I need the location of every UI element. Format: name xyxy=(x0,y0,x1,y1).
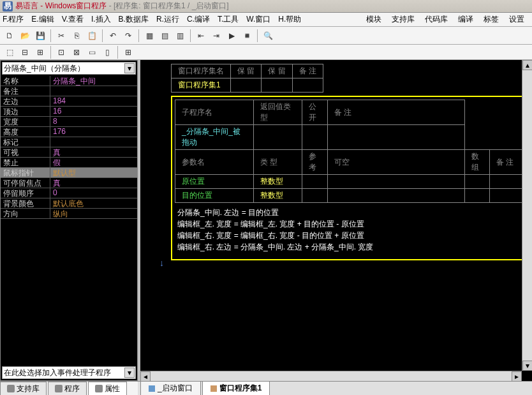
menu-program[interactable]: F.程序 xyxy=(3,14,24,25)
code-body[interactable]: 分隔条_中间. 左边 = 目的位置 编辑框_左. 宽度 = 编辑框_左. 宽度 … xyxy=(177,207,527,253)
save-icon[interactable]: 💾 xyxy=(33,29,47,43)
menu-edit[interactable]: E.编辑 xyxy=(31,14,54,25)
layout2-icon[interactable]: ▤ xyxy=(158,29,172,43)
paste-icon[interactable]: 📋 xyxy=(85,29,99,43)
property-row[interactable]: 方向纵向 xyxy=(1,209,137,219)
property-value[interactable]: 默认型 xyxy=(50,168,137,177)
property-value[interactable] xyxy=(50,86,137,96)
undo-icon[interactable]: ↶ xyxy=(106,29,120,43)
property-row[interactable]: 背景颜色默认底色 xyxy=(1,198,137,209)
scroll-right-icon[interactable]: ▸ xyxy=(512,371,522,381)
param-name[interactable]: 原位置 xyxy=(175,175,254,189)
property-value[interactable]: 184 xyxy=(50,96,137,106)
property-row[interactable]: 禁止假 xyxy=(1,158,137,168)
property-row[interactable]: 左边184 xyxy=(1,96,137,107)
run-icon[interactable]: ▶ xyxy=(225,29,239,43)
property-value[interactable]: 0 xyxy=(50,188,137,198)
app-icon: 易 xyxy=(3,1,13,11)
menu-tools[interactable]: T.工具 xyxy=(218,14,239,25)
menu-tags[interactable]: 标签 xyxy=(484,14,499,25)
menu-insert[interactable]: I.插入 xyxy=(91,14,111,25)
step-in-icon[interactable]: ⇤ xyxy=(194,29,208,43)
menu-help[interactable]: H.帮助 xyxy=(278,14,301,25)
align-1-icon[interactable]: ⊟ xyxy=(18,45,32,59)
tab-program[interactable]: 程序 xyxy=(48,382,87,396)
col-remark2: 备 注 xyxy=(327,100,464,125)
property-value[interactable]: 真 xyxy=(50,147,137,157)
tab-assembly1[interactable]: 窗口程序集1 xyxy=(202,381,270,395)
open-icon[interactable]: 📂 xyxy=(18,29,32,43)
property-row[interactable]: 顶边16 xyxy=(1,107,137,117)
tab-startup-window[interactable]: _启动窗口 xyxy=(140,381,201,395)
menu-window[interactable]: W.窗口 xyxy=(246,14,270,25)
grid-icon[interactable]: ⊞ xyxy=(121,45,135,59)
property-row[interactable]: 停留顺序0 xyxy=(1,188,137,198)
param-type[interactable]: 整数型 xyxy=(253,189,302,203)
align-5-icon[interactable]: ▭ xyxy=(85,45,99,59)
menu-compile2[interactable]: 编译 xyxy=(458,14,473,25)
stop-icon[interactable]: ◾ xyxy=(240,29,254,43)
scroll-left-icon[interactable]: ◂ xyxy=(140,371,151,381)
property-value[interactable]: 16 xyxy=(50,107,137,116)
menu-settings[interactable]: 设置 xyxy=(509,14,524,25)
property-row[interactable]: 宽度8 xyxy=(1,117,137,127)
subroutine-name[interactable]: _分隔条_中间_被拖动 xyxy=(175,125,254,150)
cut-icon[interactable]: ✂ xyxy=(54,29,68,43)
layout1-icon[interactable]: ▦ xyxy=(142,29,156,43)
property-key: 标记 xyxy=(1,137,50,147)
find-icon[interactable]: 🔍 xyxy=(261,29,275,43)
scroll-down-icon[interactable]: ▾ xyxy=(522,361,532,371)
property-row[interactable]: 鼠标指针默认型 xyxy=(1,168,137,178)
align-2-icon[interactable]: ⊞ xyxy=(33,45,47,59)
param-type[interactable]: 整数型 xyxy=(253,175,302,189)
scrollbar-horizontal[interactable]: ◂ ▸ xyxy=(140,371,522,381)
code-editor[interactable]: 窗口程序集名 保 留 保 留 备 注 窗口程序集1 子程序名 返回值类型 公开 … xyxy=(140,60,532,381)
menu-support-lib[interactable]: 支持库 xyxy=(392,14,415,25)
scroll-up-icon[interactable]: ▴ xyxy=(522,60,532,70)
code-line[interactable]: 编辑框_左. 宽度 = 编辑框_左. 宽度 + 目的位置 - 原位置 xyxy=(177,218,527,230)
step-out-icon[interactable]: ⇥ xyxy=(209,29,223,43)
col-remark: 备 注 xyxy=(292,64,323,78)
menu-code-lib[interactable]: 代码库 xyxy=(425,14,448,25)
scrollbar-vertical[interactable]: ▴ ▾ xyxy=(522,60,532,371)
code-line[interactable]: 编辑框_右. 左边 = 分隔条_中间. 左边 + 分隔条_中间. 宽度 xyxy=(177,241,527,253)
chevron-down-icon[interactable]: ▾ xyxy=(124,368,135,378)
col-return-type: 返回值类型 xyxy=(253,100,302,125)
menu-module[interactable]: 模块 xyxy=(366,14,381,25)
property-value[interactable]: 默认底色 xyxy=(50,198,137,208)
menu-database[interactable]: B.数据库 xyxy=(119,14,149,25)
property-row[interactable]: 可停留焦点真 xyxy=(1,178,137,188)
align-4-icon[interactable]: ⊠ xyxy=(70,45,84,59)
align-left-icon[interactable]: ⬚ xyxy=(3,45,17,59)
property-value[interactable]: 分隔条_中间 xyxy=(50,76,137,86)
menu-run[interactable]: R.运行 xyxy=(156,14,179,25)
tab-support-lib[interactable]: 支持库 xyxy=(0,382,47,396)
property-row[interactable]: 备注 xyxy=(1,86,137,96)
property-row[interactable]: 标记 xyxy=(1,137,137,147)
code-line[interactable]: 编辑框_右. 宽度 = 编辑框_右. 宽度 - 目的位置 + 原位置 xyxy=(177,230,527,241)
property-row[interactable]: 高度176 xyxy=(1,127,137,137)
chevron-down-icon[interactable]: ▾ xyxy=(124,63,135,73)
menu-view[interactable]: V.查看 xyxy=(62,14,84,25)
property-value[interactable]: 176 xyxy=(50,127,137,137)
menu-compile[interactable]: C.编译 xyxy=(187,14,210,25)
align-6-icon[interactable]: ▯ xyxy=(100,45,114,59)
property-row[interactable]: 名称分隔条_中间 xyxy=(1,76,137,86)
property-row[interactable]: 可视真 xyxy=(1,147,137,158)
property-value[interactable] xyxy=(50,137,137,147)
property-value[interactable]: 真 xyxy=(50,178,137,188)
code-line[interactable]: 分隔条_中间. 左边 = 目的位置 xyxy=(177,207,527,218)
param-name[interactable]: 目的位置 xyxy=(175,189,254,203)
object-selector[interactable]: 分隔条_中间（分隔条） ▾ xyxy=(2,62,136,75)
property-value[interactable]: 8 xyxy=(50,117,137,126)
new-icon[interactable]: 🗋 xyxy=(3,29,17,43)
layout3-icon[interactable]: ▥ xyxy=(173,29,187,43)
redo-icon[interactable]: ↷ xyxy=(121,29,135,43)
tab-properties[interactable]: 属性 xyxy=(88,382,127,396)
align-3-icon[interactable]: ⊡ xyxy=(54,45,68,59)
copy-icon[interactable]: ⎘ xyxy=(70,29,84,43)
event-selector[interactable]: 在此处选择加入事件处理子程序 ▾ xyxy=(2,366,136,379)
property-value[interactable]: 假 xyxy=(50,158,137,167)
property-value[interactable]: 纵向 xyxy=(50,209,137,218)
main-area: 分隔条_中间（分隔条） ▾ 名称分隔条_中间备注左边184顶边16宽度8高度17… xyxy=(0,60,532,381)
